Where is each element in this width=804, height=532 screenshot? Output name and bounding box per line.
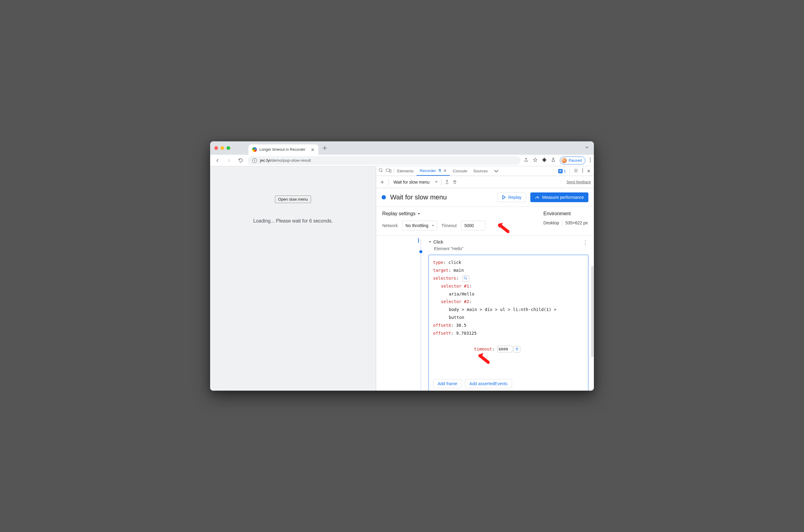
profile-button[interactable]: Paused xyxy=(560,156,585,165)
replay-settings-toggle[interactable]: Replay settings xyxy=(382,211,531,216)
step-subtitle: Element "Hello" xyxy=(434,246,588,251)
play-icon xyxy=(502,195,506,200)
delete-icon[interactable] xyxy=(452,180,457,185)
step-menu-button[interactable]: ⋮ xyxy=(583,239,588,246)
site-info-icon[interactable]: i xyxy=(252,158,257,163)
tab-strip: Longer timeout in Recorder ✕ xyxy=(210,141,594,155)
chrome-menu-button[interactable] xyxy=(590,157,591,164)
recording-status-dot xyxy=(381,195,386,200)
svg-rect-5 xyxy=(390,170,391,172)
timeout-label: Timeout xyxy=(442,223,457,228)
tab-title: Longer timeout in Recorder xyxy=(259,148,308,152)
step-details-panel: type: click target: main selectors: sele… xyxy=(428,255,588,391)
recording-header: Wait for slow menu Replay Measure perfor… xyxy=(376,188,594,207)
tab-favicon xyxy=(252,147,257,152)
svg-point-6 xyxy=(575,170,577,171)
replay-button[interactable]: Replay xyxy=(498,192,526,202)
timeline xyxy=(381,239,424,391)
toolbar-actions: Paused xyxy=(524,156,591,165)
gauge-icon xyxy=(535,195,540,200)
page-viewport: Open slow menu Loading... Please wait fo… xyxy=(210,166,376,391)
bookmark-icon[interactable] xyxy=(533,157,538,164)
new-tab-button[interactable] xyxy=(318,146,331,150)
labs-flask-icon[interactable] xyxy=(551,157,556,163)
svg-point-0 xyxy=(590,157,591,158)
svg-point-2 xyxy=(590,161,591,162)
toolbar: i jec.fyi/demo/pup-slow-result Paused xyxy=(210,155,594,166)
caret-down-icon xyxy=(428,241,431,244)
environment-heading: Environment xyxy=(543,211,588,216)
devtools-close-button[interactable]: ✕ xyxy=(587,168,591,174)
step-toggle[interactable]: Click xyxy=(428,239,443,244)
issues-icon xyxy=(558,169,563,173)
tab-overflow-button[interactable] xyxy=(585,145,589,151)
forward-button[interactable] xyxy=(225,158,233,163)
issues-count: 1 xyxy=(564,169,566,173)
profile-status: Paused xyxy=(569,158,582,163)
scrollbar[interactable] xyxy=(591,266,594,357)
svg-rect-4 xyxy=(386,169,390,171)
browser-window: Longer timeout in Recorder ✕ i jec.fyi/d… xyxy=(210,141,594,391)
svg-point-10 xyxy=(537,197,538,198)
tab-recorder[interactable]: Recorder ⚗ ✕ xyxy=(417,166,449,176)
new-recording-button[interactable]: ＋ xyxy=(379,178,385,186)
devtools-menu-button[interactable] xyxy=(582,168,583,174)
network-throttle-select[interactable]: No throttling xyxy=(402,221,437,230)
tab-console[interactable]: Console xyxy=(450,166,470,176)
caret-down-icon xyxy=(417,212,420,215)
svg-point-1 xyxy=(590,159,591,160)
loading-message: Loading... Please wait for 6 seconds. xyxy=(253,218,333,224)
network-label: Network xyxy=(382,223,398,228)
reload-button[interactable] xyxy=(236,158,245,163)
devtools-panel: Elements Recorder ⚗ ✕ Console Sources 1 xyxy=(376,166,594,391)
minimize-window-button[interactable] xyxy=(221,146,224,150)
tab-sources[interactable]: Sources xyxy=(470,166,491,176)
content-area: Open slow menu Loading... Please wait fo… xyxy=(210,166,594,391)
recording-title: Wait for slow menu xyxy=(390,193,493,201)
step-timeout-input[interactable] xyxy=(497,346,512,352)
measure-performance-button[interactable]: Measure performance xyxy=(530,192,588,202)
add-selector-button[interactable] xyxy=(463,275,469,282)
window-controls xyxy=(214,146,230,150)
step-name: Click xyxy=(433,239,443,244)
tab-elements[interactable]: Elements xyxy=(394,166,417,176)
recording-dropdown-icon[interactable] xyxy=(434,180,438,185)
replay-settings-bar: Replay settings Network No throttling Ti… xyxy=(376,207,594,235)
send-feedback-link[interactable]: Send feedback xyxy=(566,180,591,184)
url-text: jec.fyi/demo/pup-slow-result xyxy=(260,158,311,163)
avatar-icon xyxy=(561,158,567,163)
annotation-arrow xyxy=(478,337,524,381)
steps-panel: Click ⋮ Element "Hello" type: click targ… xyxy=(376,235,594,391)
recording-select[interactable]: Wait for slow menu xyxy=(392,180,431,185)
tab-close-icon[interactable]: ✕ xyxy=(443,168,447,173)
delete-timeout-button[interactable] xyxy=(513,346,520,353)
export-icon[interactable] xyxy=(445,180,449,185)
viewport-label: 535×622 px xyxy=(565,221,588,225)
recorder-toolbar: ＋ Wait for slow menu Send feedback xyxy=(376,176,594,188)
inspect-element-icon[interactable] xyxy=(379,168,384,174)
flask-icon: ⚗ xyxy=(438,168,442,173)
devtools-tab-strip: Elements Recorder ⚗ ✕ Console Sources 1 xyxy=(376,166,594,176)
issues-badge[interactable]: 1 xyxy=(558,169,566,173)
add-asserted-events-button[interactable]: Add assertedEvents xyxy=(465,379,512,388)
extensions-icon[interactable] xyxy=(542,157,547,164)
back-button[interactable] xyxy=(213,158,222,163)
caret-down-icon xyxy=(431,223,434,228)
timeout-input[interactable] xyxy=(461,221,485,230)
add-frame-button[interactable]: Add frame xyxy=(433,379,462,388)
device-label: Desktop xyxy=(543,221,559,225)
tab-close-button[interactable]: ✕ xyxy=(311,148,315,152)
settings-gear-icon[interactable] xyxy=(574,168,578,174)
share-icon[interactable] xyxy=(524,157,528,164)
svg-point-7 xyxy=(582,169,583,170)
svg-point-9 xyxy=(582,172,583,173)
device-toolbar-icon[interactable] xyxy=(386,168,391,174)
more-tabs-button[interactable] xyxy=(491,166,502,176)
close-window-button[interactable] xyxy=(214,146,218,150)
browser-tab[interactable]: Longer timeout in Recorder ✕ xyxy=(248,145,318,155)
svg-point-8 xyxy=(582,170,583,171)
url-bar[interactable]: i jec.fyi/demo/pup-slow-result xyxy=(248,156,521,165)
open-slow-menu-button[interactable]: Open slow menu xyxy=(275,195,311,203)
maximize-window-button[interactable] xyxy=(227,146,230,150)
